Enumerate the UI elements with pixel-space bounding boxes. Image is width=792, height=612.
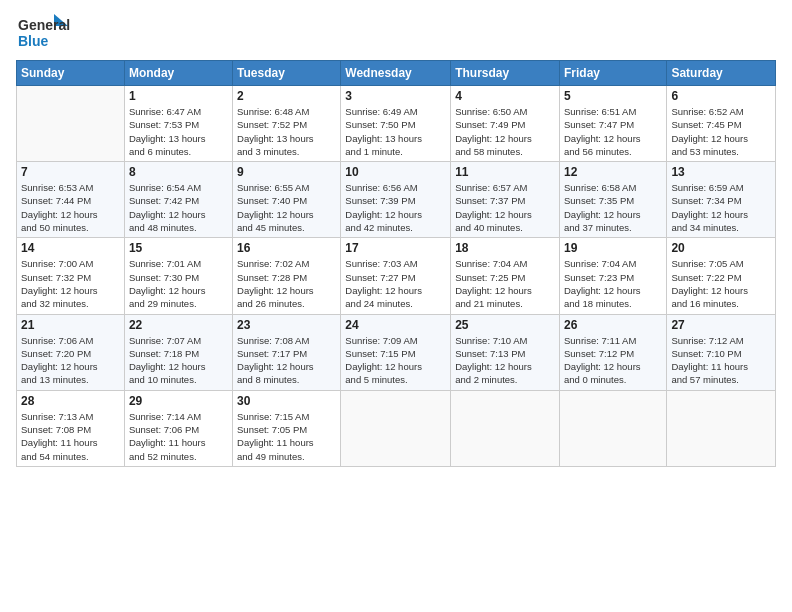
day-info: Sunrise: 6:51 AM Sunset: 7:47 PM Dayligh… — [564, 105, 662, 158]
day-number: 1 — [129, 89, 228, 103]
calendar-cell: 19Sunrise: 7:04 AM Sunset: 7:23 PM Dayli… — [559, 238, 666, 314]
calendar-cell: 9Sunrise: 6:55 AM Sunset: 7:40 PM Daylig… — [233, 162, 341, 238]
calendar-cell: 17Sunrise: 7:03 AM Sunset: 7:27 PM Dayli… — [341, 238, 451, 314]
day-info: Sunrise: 6:54 AM Sunset: 7:42 PM Dayligh… — [129, 181, 228, 234]
day-number: 12 — [564, 165, 662, 179]
calendar-cell — [667, 390, 776, 466]
day-info: Sunrise: 7:01 AM Sunset: 7:30 PM Dayligh… — [129, 257, 228, 310]
day-number: 8 — [129, 165, 228, 179]
calendar-cell — [451, 390, 560, 466]
day-info: Sunrise: 7:15 AM Sunset: 7:05 PM Dayligh… — [237, 410, 336, 463]
day-info: Sunrise: 6:47 AM Sunset: 7:53 PM Dayligh… — [129, 105, 228, 158]
calendar-cell: 24Sunrise: 7:09 AM Sunset: 7:15 PM Dayli… — [341, 314, 451, 390]
weekday-header-wednesday: Wednesday — [341, 61, 451, 86]
calendar-cell: 7Sunrise: 6:53 AM Sunset: 7:44 PM Daylig… — [17, 162, 125, 238]
calendar-week-3: 14Sunrise: 7:00 AM Sunset: 7:32 PM Dayli… — [17, 238, 776, 314]
weekday-header-monday: Monday — [124, 61, 232, 86]
calendar-cell: 6Sunrise: 6:52 AM Sunset: 7:45 PM Daylig… — [667, 86, 776, 162]
day-info: Sunrise: 7:04 AM Sunset: 7:23 PM Dayligh… — [564, 257, 662, 310]
calendar-cell: 12Sunrise: 6:58 AM Sunset: 7:35 PM Dayli… — [559, 162, 666, 238]
day-number: 4 — [455, 89, 555, 103]
calendar-week-4: 21Sunrise: 7:06 AM Sunset: 7:20 PM Dayli… — [17, 314, 776, 390]
header: GeneralBlue — [16, 12, 776, 52]
day-number: 21 — [21, 318, 120, 332]
day-number: 27 — [671, 318, 771, 332]
day-number: 28 — [21, 394, 120, 408]
weekday-header-friday: Friday — [559, 61, 666, 86]
page: GeneralBlue SundayMondayTuesdayWednesday… — [0, 0, 792, 612]
day-number: 18 — [455, 241, 555, 255]
calendar-cell: 13Sunrise: 6:59 AM Sunset: 7:34 PM Dayli… — [667, 162, 776, 238]
day-info: Sunrise: 7:04 AM Sunset: 7:25 PM Dayligh… — [455, 257, 555, 310]
day-info: Sunrise: 7:14 AM Sunset: 7:06 PM Dayligh… — [129, 410, 228, 463]
day-number: 14 — [21, 241, 120, 255]
day-number: 11 — [455, 165, 555, 179]
day-number: 5 — [564, 89, 662, 103]
calendar-cell — [17, 86, 125, 162]
day-info: Sunrise: 6:57 AM Sunset: 7:37 PM Dayligh… — [455, 181, 555, 234]
day-number: 24 — [345, 318, 446, 332]
day-number: 9 — [237, 165, 336, 179]
day-info: Sunrise: 6:55 AM Sunset: 7:40 PM Dayligh… — [237, 181, 336, 234]
day-info: Sunrise: 7:02 AM Sunset: 7:28 PM Dayligh… — [237, 257, 336, 310]
calendar-cell: 25Sunrise: 7:10 AM Sunset: 7:13 PM Dayli… — [451, 314, 560, 390]
day-info: Sunrise: 6:56 AM Sunset: 7:39 PM Dayligh… — [345, 181, 446, 234]
calendar-cell: 8Sunrise: 6:54 AM Sunset: 7:42 PM Daylig… — [124, 162, 232, 238]
calendar-week-2: 7Sunrise: 6:53 AM Sunset: 7:44 PM Daylig… — [17, 162, 776, 238]
day-info: Sunrise: 7:06 AM Sunset: 7:20 PM Dayligh… — [21, 334, 120, 387]
day-info: Sunrise: 6:50 AM Sunset: 7:49 PM Dayligh… — [455, 105, 555, 158]
weekday-header-saturday: Saturday — [667, 61, 776, 86]
calendar-cell: 10Sunrise: 6:56 AM Sunset: 7:39 PM Dayli… — [341, 162, 451, 238]
svg-text:Blue: Blue — [18, 33, 49, 49]
calendar-cell: 16Sunrise: 7:02 AM Sunset: 7:28 PM Dayli… — [233, 238, 341, 314]
day-info: Sunrise: 6:59 AM Sunset: 7:34 PM Dayligh… — [671, 181, 771, 234]
day-number: 2 — [237, 89, 336, 103]
weekday-header-row: SundayMondayTuesdayWednesdayThursdayFrid… — [17, 61, 776, 86]
day-info: Sunrise: 7:11 AM Sunset: 7:12 PM Dayligh… — [564, 334, 662, 387]
calendar-cell: 20Sunrise: 7:05 AM Sunset: 7:22 PM Dayli… — [667, 238, 776, 314]
day-number: 20 — [671, 241, 771, 255]
day-info: Sunrise: 6:58 AM Sunset: 7:35 PM Dayligh… — [564, 181, 662, 234]
day-info: Sunrise: 7:00 AM Sunset: 7:32 PM Dayligh… — [21, 257, 120, 310]
calendar-cell: 29Sunrise: 7:14 AM Sunset: 7:06 PM Dayli… — [124, 390, 232, 466]
calendar-cell: 18Sunrise: 7:04 AM Sunset: 7:25 PM Dayli… — [451, 238, 560, 314]
weekday-header-sunday: Sunday — [17, 61, 125, 86]
weekday-header-thursday: Thursday — [451, 61, 560, 86]
calendar-cell: 22Sunrise: 7:07 AM Sunset: 7:18 PM Dayli… — [124, 314, 232, 390]
day-number: 23 — [237, 318, 336, 332]
calendar: SundayMondayTuesdayWednesdayThursdayFrid… — [16, 60, 776, 467]
calendar-cell: 15Sunrise: 7:01 AM Sunset: 7:30 PM Dayli… — [124, 238, 232, 314]
calendar-cell: 5Sunrise: 6:51 AM Sunset: 7:47 PM Daylig… — [559, 86, 666, 162]
day-info: Sunrise: 7:12 AM Sunset: 7:10 PM Dayligh… — [671, 334, 771, 387]
calendar-cell: 1Sunrise: 6:47 AM Sunset: 7:53 PM Daylig… — [124, 86, 232, 162]
day-info: Sunrise: 7:08 AM Sunset: 7:17 PM Dayligh… — [237, 334, 336, 387]
calendar-cell: 28Sunrise: 7:13 AM Sunset: 7:08 PM Dayli… — [17, 390, 125, 466]
weekday-header-tuesday: Tuesday — [233, 61, 341, 86]
calendar-cell: 11Sunrise: 6:57 AM Sunset: 7:37 PM Dayli… — [451, 162, 560, 238]
day-number: 19 — [564, 241, 662, 255]
calendar-cell: 2Sunrise: 6:48 AM Sunset: 7:52 PM Daylig… — [233, 86, 341, 162]
day-info: Sunrise: 6:53 AM Sunset: 7:44 PM Dayligh… — [21, 181, 120, 234]
svg-text:General: General — [18, 17, 70, 33]
day-number: 16 — [237, 241, 336, 255]
day-number: 10 — [345, 165, 446, 179]
day-number: 13 — [671, 165, 771, 179]
day-number: 30 — [237, 394, 336, 408]
day-number: 7 — [21, 165, 120, 179]
calendar-week-5: 28Sunrise: 7:13 AM Sunset: 7:08 PM Dayli… — [17, 390, 776, 466]
calendar-week-1: 1Sunrise: 6:47 AM Sunset: 7:53 PM Daylig… — [17, 86, 776, 162]
calendar-cell: 14Sunrise: 7:00 AM Sunset: 7:32 PM Dayli… — [17, 238, 125, 314]
day-info: Sunrise: 7:13 AM Sunset: 7:08 PM Dayligh… — [21, 410, 120, 463]
day-number: 15 — [129, 241, 228, 255]
day-number: 6 — [671, 89, 771, 103]
day-info: Sunrise: 7:07 AM Sunset: 7:18 PM Dayligh… — [129, 334, 228, 387]
calendar-cell: 23Sunrise: 7:08 AM Sunset: 7:17 PM Dayli… — [233, 314, 341, 390]
calendar-cell: 21Sunrise: 7:06 AM Sunset: 7:20 PM Dayli… — [17, 314, 125, 390]
day-info: Sunrise: 7:03 AM Sunset: 7:27 PM Dayligh… — [345, 257, 446, 310]
calendar-cell: 4Sunrise: 6:50 AM Sunset: 7:49 PM Daylig… — [451, 86, 560, 162]
day-info: Sunrise: 6:52 AM Sunset: 7:45 PM Dayligh… — [671, 105, 771, 158]
day-info: Sunrise: 6:49 AM Sunset: 7:50 PM Dayligh… — [345, 105, 446, 158]
day-info: Sunrise: 7:09 AM Sunset: 7:15 PM Dayligh… — [345, 334, 446, 387]
logo: GeneralBlue — [16, 12, 71, 52]
day-number: 26 — [564, 318, 662, 332]
